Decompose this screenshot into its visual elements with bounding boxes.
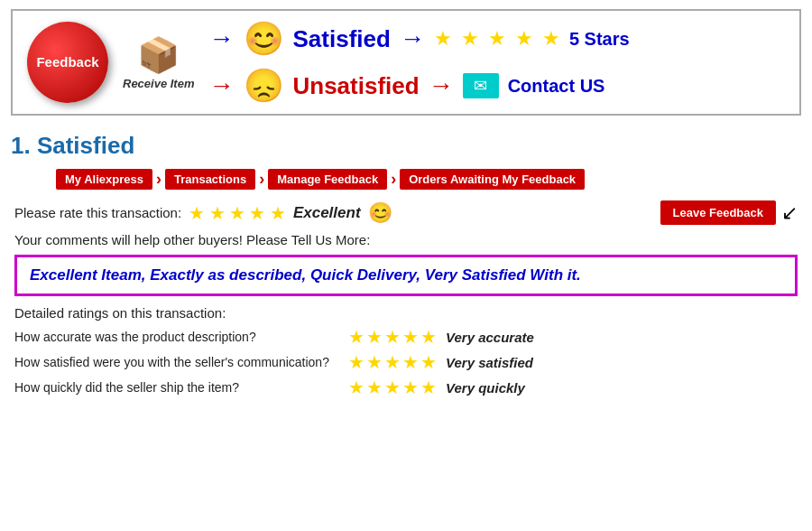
detail-stars-2: ★ ★ ★ ★ ★ (348, 377, 437, 398)
detail-question-0: How accurate was the product description… (14, 330, 339, 344)
breadcrumb-my-aliexpress[interactable]: My Aliexpress (56, 169, 152, 190)
package-section: 📦 Receive Item (123, 35, 195, 90)
detail-label-1: Very satisfied (446, 355, 533, 370)
envelope-icon: ✉ (463, 73, 499, 98)
detail-label-0: Very accurate (446, 330, 534, 345)
breadcrumb-arrow3: › (391, 170, 396, 189)
star1: ★ (434, 27, 452, 51)
rate-star5: ★ (270, 203, 286, 223)
rate-smiley: 😊 (368, 201, 392, 225)
breadcrumb: My Aliexpress › Transactions › Manage Fe… (56, 169, 801, 190)
star2: ★ (461, 27, 479, 51)
detail-stars-1: ★ ★ ★ ★ ★ (348, 351, 437, 373)
comment-box[interactable]: Excellent Iteam, Exactly as described, Q… (14, 255, 798, 296)
leave-feedback-wrapper: Leave Feedback ↙ (660, 200, 798, 225)
breadcrumb-manage-feedback[interactable]: Manage Feedback (268, 169, 387, 190)
leave-feedback-button[interactable]: Leave Feedback (660, 200, 776, 225)
happy-smiley: 😊 (244, 20, 284, 58)
detail-label-2: Very quickly (446, 380, 525, 396)
breadcrumb-transactions[interactable]: Transactions (165, 169, 255, 190)
star3: ★ (488, 27, 506, 51)
detail-row-0: How accurate was the product description… (14, 326, 798, 348)
star4: ★ (515, 27, 533, 51)
arrow-blue-satisfied: → (209, 24, 235, 53)
envelope-symbol: ✉ (474, 76, 487, 96)
satisfied-label: Satisfied (293, 25, 391, 53)
rate-excellent: Excellent (293, 204, 361, 222)
rate-label: Please rate this transaction: (14, 205, 181, 220)
detail-row-2: How quickly did the seller ship the item… (14, 377, 798, 398)
arrow-red-contact: → (429, 71, 454, 100)
cursor-arrow: ↙ (781, 201, 798, 225)
rate-star2: ★ (209, 203, 226, 223)
rate-left: Please rate this transaction: ★ ★ ★ ★ ★ … (14, 201, 392, 225)
package-label: Receive Item (123, 77, 195, 90)
rate-star4: ★ (249, 203, 265, 223)
rate-star1: ★ (189, 203, 205, 223)
detail-question-2: How quickly did the seller ship the item… (14, 380, 339, 395)
package-icon: 📦 (137, 35, 180, 75)
unsatisfied-label: Unsatisfied (293, 72, 420, 100)
detailed-section: Detailed ratings on this transaction: Ho… (11, 305, 801, 398)
contact-label: Contact US (508, 76, 605, 97)
breadcrumb-arrow2: › (259, 170, 264, 189)
arrow-blue-stars: → (400, 24, 425, 53)
comments-label: Your comments will help other buyers! Pl… (11, 232, 801, 247)
sad-smiley: 😞 (244, 67, 284, 105)
star5: ★ (542, 27, 560, 51)
comment-text: Excellent Iteam, Exactly as described, Q… (30, 266, 581, 284)
detail-row-1: How satisfied were you with the seller's… (14, 351, 798, 373)
breadcrumb-arrow1: › (156, 170, 161, 189)
top-banner: Feedback 📦 Receive Item → 😊 Satisfied → … (11, 9, 801, 116)
section-satisfied: 1. Satisfied My Aliexpress › Transaction… (0, 125, 812, 405)
satisfied-heading: 1. Satisfied (11, 132, 801, 160)
satisfied-row: → 😊 Satisfied → ★ ★ ★ ★ ★ 5 Stars (209, 20, 786, 58)
detail-stars-0: ★ ★ ★ ★ ★ (348, 326, 437, 348)
unsatisfied-row: → 😞 Unsatisfied → ✉ Contact US (209, 67, 786, 105)
detailed-title: Detailed ratings on this transaction: (14, 305, 798, 321)
rate-star3: ★ (229, 203, 245, 223)
feedback-circle-label: Feedback (36, 54, 98, 70)
feedback-circle: Feedback (27, 22, 108, 103)
five-stars-label: 5 Stars (569, 29, 630, 50)
arrow-red-unsatisfied: → (209, 71, 235, 100)
rate-row-wrapper: Please rate this transaction: ★ ★ ★ ★ ★ … (11, 200, 801, 225)
rate-stars[interactable]: ★ ★ ★ ★ ★ (189, 202, 286, 224)
breadcrumb-orders-awaiting[interactable]: Orders Awaiting My Feedback (400, 169, 585, 190)
detail-question-1: How satisfied were you with the seller's… (14, 355, 339, 369)
banner-flow: → 😊 Satisfied → ★ ★ ★ ★ ★ 5 Stars → 😞 Un… (209, 20, 786, 105)
